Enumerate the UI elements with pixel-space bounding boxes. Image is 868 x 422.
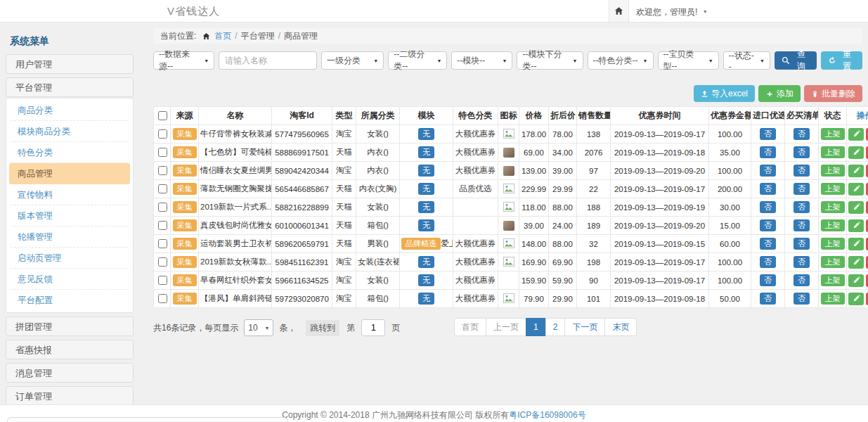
status-badge[interactable]: 上架 xyxy=(821,274,845,286)
select-all-checkbox[interactable] xyxy=(158,111,167,120)
sidebar-subitem-模块商品分类[interactable]: 模块商品分类 xyxy=(9,121,130,142)
sidebar-item-平台管理[interactable]: 平台管理 xyxy=(6,77,134,97)
must-buy-toggle[interactable]: 否 xyxy=(793,219,810,231)
edit-button[interactable] xyxy=(848,128,864,141)
page-number-input[interactable] xyxy=(361,319,385,336)
breadcrumb-item-首页[interactable]: 首页 xyxy=(214,28,231,44)
batch-delete-button[interactable]: 批量删除 xyxy=(804,85,862,102)
page-button-下一页[interactable]: 下一页 xyxy=(564,318,605,336)
module-none-badge[interactable]: 无 xyxy=(418,165,434,177)
module-none-badge[interactable]: 无 xyxy=(418,293,434,305)
must-buy-toggle[interactable]: 否 xyxy=(793,146,810,158)
module-none-badge[interactable]: 无 xyxy=(418,146,434,158)
must-buy-toggle[interactable]: 否 xyxy=(793,165,810,177)
search-button[interactable]: 查询 xyxy=(775,51,817,70)
edit-button[interactable] xyxy=(848,219,864,232)
sidebar-subitem-宣传物料[interactable]: 宣传物料 xyxy=(9,184,130,205)
sidebar-subitem-特色分类[interactable]: 特色分类 xyxy=(9,142,130,163)
imported-toggle[interactable]: 否 xyxy=(760,293,776,305)
edit-button[interactable] xyxy=(848,274,864,287)
page-button-首页[interactable]: 首页 xyxy=(454,318,486,336)
row-checkbox[interactable] xyxy=(158,166,167,175)
import-excel-button[interactable]: 导入excel xyxy=(694,85,755,102)
imported-toggle[interactable]: 否 xyxy=(760,146,776,158)
sidebar-item-消息管理[interactable]: 消息管理 xyxy=(6,363,134,383)
must-buy-toggle[interactable]: 否 xyxy=(793,128,810,140)
row-checkbox[interactable] xyxy=(158,203,167,212)
page-button-1[interactable]: 1 xyxy=(526,318,546,336)
imported-toggle[interactable]: 否 xyxy=(760,256,776,268)
must-buy-toggle[interactable]: 否 xyxy=(793,183,810,195)
filter-select-特色分类[interactable]: --特色分类--▼ xyxy=(588,51,654,70)
sidebar-item-订单管理[interactable]: 订单管理 xyxy=(6,386,134,406)
status-badge[interactable]: 上架 xyxy=(821,146,845,158)
imported-toggle[interactable]: 否 xyxy=(760,238,776,250)
home-button[interactable] xyxy=(609,0,629,22)
must-buy-toggle[interactable]: 否 xyxy=(793,238,810,250)
sidebar-item-拼团管理[interactable]: 拼团管理 xyxy=(6,316,134,336)
status-badge[interactable]: 上架 xyxy=(821,128,845,140)
sidebar-subitem-启动页管理[interactable]: 启动页管理 xyxy=(9,248,130,269)
module-none-badge[interactable]: 无 xyxy=(418,274,434,286)
edit-button[interactable] xyxy=(848,183,864,196)
must-buy-toggle[interactable]: 否 xyxy=(793,201,810,213)
filter-select-模块[interactable]: --模块--▼ xyxy=(451,51,512,70)
imported-toggle[interactable]: 否 xyxy=(760,219,776,231)
page-button-上一页[interactable]: 上一页 xyxy=(486,318,526,336)
edit-button[interactable] xyxy=(848,238,864,250)
sidebar-subitem-意见反馈[interactable]: 意见反馈 xyxy=(9,269,130,290)
edit-button[interactable] xyxy=(848,293,864,305)
row-checkbox[interactable] xyxy=(158,257,167,267)
row-checkbox[interactable] xyxy=(158,276,167,285)
edit-button[interactable] xyxy=(848,165,864,177)
edit-button[interactable] xyxy=(848,256,864,269)
imported-toggle[interactable]: 否 xyxy=(760,165,776,177)
must-buy-toggle[interactable]: 否 xyxy=(793,293,810,305)
imported-toggle[interactable]: 否 xyxy=(760,201,776,213)
must-buy-toggle[interactable]: 否 xyxy=(793,274,810,286)
edit-button[interactable] xyxy=(848,201,864,214)
per-page-select[interactable]: 10 ▼ xyxy=(244,319,273,336)
imported-toggle[interactable]: 否 xyxy=(760,274,776,286)
user-menu[interactable]: 欢迎您，管理员! ▼ xyxy=(636,6,708,18)
status-badge[interactable]: 上架 xyxy=(821,201,845,213)
sidebar-subitem-商品分类[interactable]: 商品分类 xyxy=(9,100,130,121)
row-checkbox[interactable] xyxy=(158,184,167,193)
row-checkbox[interactable] xyxy=(158,294,167,303)
filter-select-状态[interactable]: --状态--▼ xyxy=(723,51,770,70)
row-checkbox[interactable] xyxy=(158,148,167,157)
status-badge[interactable]: 上架 xyxy=(821,238,845,250)
filter-select-二级分类[interactable]: --二级分类--▼ xyxy=(388,51,447,70)
module-none-badge[interactable]: 无 xyxy=(418,183,434,195)
icp-link[interactable]: 粤ICP备16098006号 xyxy=(509,410,585,420)
jump-button[interactable]: 跳转到 xyxy=(306,320,339,336)
name-search-input[interactable] xyxy=(219,51,317,70)
module-none-badge[interactable]: 无 xyxy=(418,219,434,231)
module-badge[interactable]: 品牌精选 xyxy=(401,238,441,250)
status-badge[interactable]: 上架 xyxy=(821,165,845,177)
page-button-末页[interactable]: 末页 xyxy=(604,318,637,336)
edit-button[interactable] xyxy=(848,146,864,159)
sidebar-subitem-版本管理[interactable]: 版本管理 xyxy=(9,205,130,226)
add-button[interactable]: ＋ 添加 xyxy=(758,85,801,102)
module-none-badge[interactable]: 无 xyxy=(418,256,434,268)
sidebar-subitem-商品管理[interactable]: 商品管理 xyxy=(9,163,130,184)
page-button-2[interactable]: 2 xyxy=(545,318,566,336)
row-checkbox[interactable] xyxy=(158,239,167,248)
status-badge[interactable]: 上架 xyxy=(821,293,845,305)
imported-toggle[interactable]: 否 xyxy=(760,128,776,140)
status-badge[interactable]: 上架 xyxy=(821,256,845,268)
module-none-badge[interactable]: 无 xyxy=(418,128,434,140)
sidebar-subitem-轮播管理[interactable]: 轮播管理 xyxy=(9,226,130,248)
filter-select-数据来源[interactable]: --数据来源--▼ xyxy=(153,51,214,70)
reset-button[interactable]: 重置 xyxy=(821,51,863,70)
sidebar-item-用户管理[interactable]: 用户管理 xyxy=(6,54,134,74)
filter-select-模块下分类[interactable]: --模块下分类--▼ xyxy=(517,51,583,70)
sidebar-subitem-平台配置[interactable]: 平台配置 xyxy=(9,290,130,311)
status-badge[interactable]: 上架 xyxy=(821,219,845,231)
filter-select-宝贝类型[interactable]: --宝贝类型--▼ xyxy=(658,51,719,70)
imported-toggle[interactable]: 否 xyxy=(760,183,776,195)
row-checkbox[interactable] xyxy=(158,221,167,230)
status-badge[interactable]: 上架 xyxy=(821,183,845,195)
row-checkbox[interactable] xyxy=(158,129,167,139)
